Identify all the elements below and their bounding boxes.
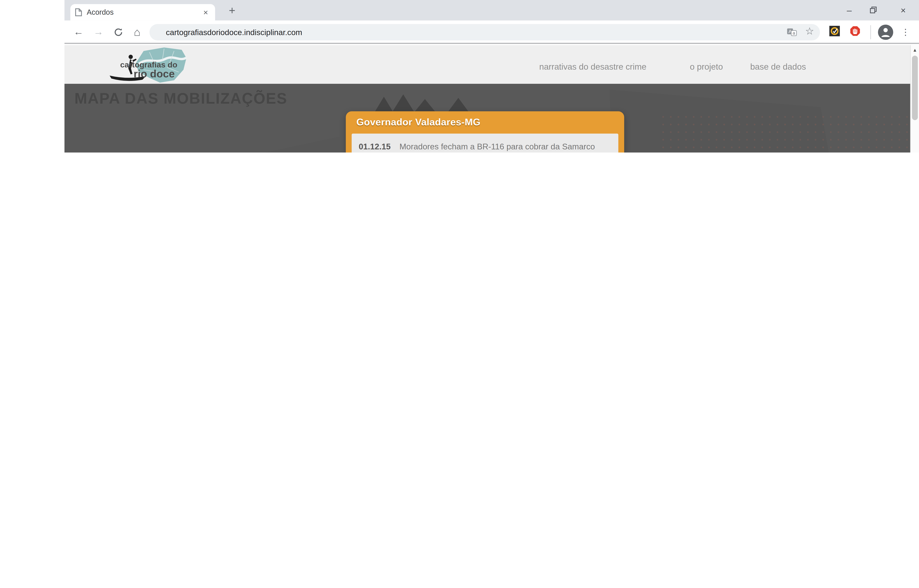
nav-item-narrativas-do-desastre-crime[interactable]: narrativas do desastre crime [539,62,646,71]
toolbar-separator [870,25,871,39]
logo-text-line2: rio doce [134,68,174,80]
browser-menu-icon[interactable]: ⋮ [900,24,911,40]
scroll-up-icon[interactable]: ▲ [911,47,919,53]
page-scrollbar[interactable]: ▲ ▼ [910,45,919,152]
restore-button[interactable] [870,6,883,13]
tab-close-icon[interactable]: × [201,8,210,17]
home-icon[interactable]: ⌂ [130,25,144,39]
forward-icon[interactable]: → [91,25,105,39]
city-timeline-modal: Governador Valadares-MG 01.12.15Moradore… [346,111,624,152]
address-bar[interactable]: cartografiasdoriodoce.indisciplinar.com … [149,24,820,40]
back-icon[interactable]: ← [71,25,86,39]
screen: Acordos × + – × ← → ⌂ cartografiasdoriod… [0,0,919,152]
map-viewport[interactable]: MAPA DAS MOBILIZAÇÕES COMPLEXOGERMANOMAR… [65,84,910,152]
close-window-button[interactable]: × [897,5,909,15]
svg-text:a: a [793,31,795,36]
profile-avatar[interactable] [878,24,893,40]
tab-title: Acordos [87,8,201,16]
new-tab-button[interactable]: + [224,3,240,18]
ocean-dots-texture [659,113,910,152]
norton-extension-icon[interactable] [829,26,840,36]
adblock-hand-extension-icon[interactable] [850,26,860,36]
tab-strip: Acordos × + – × [65,0,919,21]
reload-icon[interactable] [111,25,126,39]
page-favicon-icon [75,8,82,16]
timeline-entry: 01.12.15Moradores fecham a BR-116 para c… [359,142,611,152]
site-header: cartografias do rio doce narrativas do d… [65,45,919,84]
nav-item-o-projeto[interactable]: o projeto [690,62,723,71]
timeline-entries: 01.12.15Moradores fecham a BR-116 para c… [359,142,611,152]
nav-item-base-de-dados[interactable]: base de dados [750,62,806,71]
browser-tab[interactable]: Acordos × [70,4,215,20]
url-text[interactable]: cartografiasdoriodoce.indisciplinar.com [166,28,778,37]
window-controls: – × [843,0,917,20]
scrollbar-thumb[interactable] [912,56,918,120]
page-title: MAPA DAS MOBILIZAÇÕES [74,90,287,108]
entry-date: 01.12.15 [359,142,391,151]
modal-title: Governador Valadares-MG [356,117,481,128]
bookmark-star-icon[interactable]: ☆ [805,25,814,37]
modal-body: 01.12.15Moradores fecham a BR-116 para c… [352,134,618,152]
entry-text-line: Moradores fecham a BR-116 para cobrar da… [399,142,595,151]
browser-toolbar: ← → ⌂ cartografiasdoriodoce.indisciplina… [65,21,919,44]
minimize-button[interactable]: – [843,5,856,15]
translate-icon[interactable]: Aa [787,27,797,37]
entry-text-line: a volta da distribuição de água potável [359,152,499,152]
